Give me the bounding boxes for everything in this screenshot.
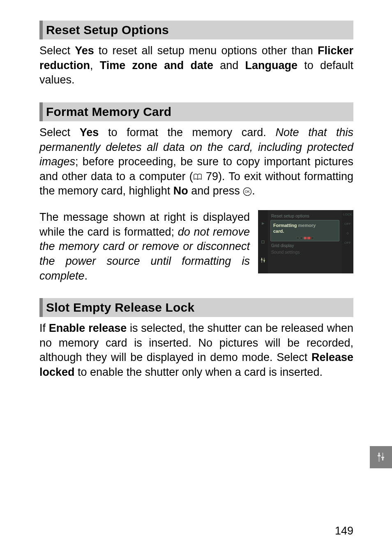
t: Select <box>39 126 80 139</box>
ok-button-icon: OK <box>243 187 252 196</box>
camera-menu-item: Grid display <box>270 242 339 249</box>
format-paragraph-1: Select Yes to format the memory card. No… <box>39 125 353 199</box>
camera-right-val: LOCK <box>343 213 352 216</box>
camera-screenshot: ▸ ◘ Reset setup options Formatting memor… <box>258 210 353 273</box>
reset-paragraph: Select Yes to reset all setup menu optio… <box>39 44 353 88</box>
t: Time zone and date <box>100 59 213 72</box>
camera-menu-item: Reset setup options <box>270 213 339 219</box>
camera-popup: Formatting memorycard. <box>270 220 339 241</box>
t: , <box>90 59 100 72</box>
camera-left-tabs: ▸ ◘ <box>258 210 268 273</box>
t: Yes <box>80 126 99 139</box>
t: to reset all setup menu options other th… <box>94 44 318 57</box>
t: No <box>173 185 188 197</box>
camera-right-col: LOCK OFF 0 OFF <box>342 210 353 273</box>
camera-right-val: OFF <box>344 241 351 245</box>
prog-seg <box>300 237 303 239</box>
camera-menu-area: Reset setup options Formatting memorycar… <box>268 210 342 273</box>
prog-seg <box>304 237 307 239</box>
t: Select <box>39 44 75 57</box>
book-icon <box>193 174 202 180</box>
t: Enable release <box>49 322 127 334</box>
t: and press <box>188 185 243 197</box>
prog-seg <box>307 237 310 239</box>
playback-tab-icon: ▸ <box>260 220 266 226</box>
format-row: The message shown at right is displayed … <box>39 210 353 283</box>
t: Yes <box>75 44 94 57</box>
setup-side-tab <box>370 446 392 468</box>
t: to enable the shutter only when a card i… <box>75 366 323 378</box>
section-header-reset: Reset Setup Options <box>39 21 353 39</box>
prog-seg <box>311 237 314 239</box>
camera-menu-item: Sound settings <box>270 249 339 255</box>
section-header-format: Format Memory Card <box>39 102 353 121</box>
t: to format the memory card. <box>99 126 275 139</box>
svg-text:OK: OK <box>245 190 250 194</box>
t: . <box>252 185 255 197</box>
t: and <box>213 59 245 72</box>
setup-tab-icon <box>260 257 266 263</box>
shooting-tab-icon: ◘ <box>260 239 266 245</box>
wrench-icon <box>376 452 386 463</box>
camera-right-val: OFF <box>344 222 351 226</box>
t: Language <box>245 59 297 72</box>
format-paragraph-2: The message shown at right is displayed … <box>39 210 250 283</box>
section-header-slot: Slot Empty Release Lock <box>39 298 353 317</box>
page-number: 149 <box>335 525 353 537</box>
slot-paragraph: If Enable release is selected, the shutt… <box>39 321 353 380</box>
camera-popup-text: Formatting memorycard. <box>273 223 337 234</box>
t: If <box>39 322 49 334</box>
prog-seg <box>296 237 299 239</box>
t: . <box>85 270 88 282</box>
camera-right-val: 0 <box>347 231 348 235</box>
camera-progress-bar <box>273 237 337 239</box>
